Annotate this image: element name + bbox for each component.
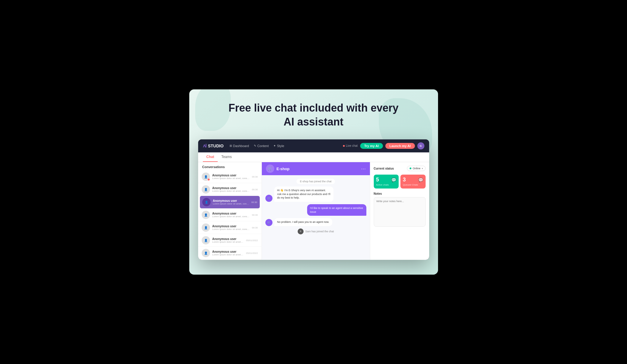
avatar: 👤 — [202, 211, 210, 219]
logo-text: STUDIO — [208, 144, 224, 148]
dashboard-icon: ⊞ — [230, 144, 232, 147]
stat-top: 3 💬 — [403, 177, 423, 182]
conv-name: Anonymous user — [213, 199, 249, 202]
conv-preview: Lorem ipsum dolor sit amet, amet, consec… — [212, 241, 244, 243]
nav-style-label: Style — [277, 144, 284, 148]
avatar: 👤 — [202, 223, 210, 232]
avatar: 👤 — [202, 249, 210, 257]
list-item[interactable]: 👤 Anonymous user Lorem ipsum dolor sit a… — [198, 247, 262, 260]
conv-info: Anonymous user Lorem ipsum dolor sit ame… — [212, 225, 250, 231]
navbar: ʌI STUDIO ⊞ Dashboard ✎ Content ✦ Style — [198, 139, 429, 152]
status-badge[interactable]: Online ▾ — [407, 166, 425, 171]
conv-list: 👤 Anonymous user Lorem ipsum dolor sit a… — [198, 170, 262, 260]
live-dot — [343, 145, 345, 147]
conv-preview: Lorem ipsum dolor sit amet, consectetur … — [213, 202, 249, 205]
conv-name: Anonymous user — [212, 225, 250, 228]
conv-time: 00:30 — [252, 175, 258, 178]
user-avatar[interactable]: G — [417, 142, 424, 149]
conv-time: 00:30 — [252, 188, 258, 191]
conv-preview: Lorem ipsum dolor sit amet, consectetur … — [212, 190, 250, 192]
avatar: 👤 — [202, 185, 210, 194]
conversations-panel: Conversations 👤 Anonymous user Lorem ips… — [198, 162, 262, 260]
message-bubble: I'd like to speak to an agent about a se… — [307, 204, 366, 216]
main-layout: Conversations 👤 Anonymous user Lorem ips… — [198, 162, 429, 260]
conv-name: Anonymous user — [212, 250, 244, 253]
conv-info: Anonymous user Lorem ipsum dolor sit ame… — [212, 237, 244, 243]
stats-row: 5 💬 Active chats 3 💬 Queued Chats — [374, 175, 426, 189]
list-item[interactable]: 👤 Anonymous user Lorem ipsum dolor sit a… — [198, 209, 262, 221]
conv-info: Anonymous user Lorem ipsum dolor sit ame… — [212, 212, 250, 218]
live-chat-label: Live chat — [346, 144, 358, 147]
chat-options-button[interactable]: ⋯ — [361, 166, 366, 172]
list-item[interactable]: 👤 Anonymous user Lorem ipsum dolor sit a… — [198, 183, 262, 196]
conversations-header: Conversations — [198, 162, 262, 170]
right-panel: Current status Online ▾ 5 💬 Active chats — [370, 162, 429, 260]
tab-teams[interactable]: Teams — [218, 152, 235, 162]
active-chats-card: 5 💬 Active chats — [374, 175, 399, 189]
bot-avatar: 🛒 — [265, 219, 272, 226]
list-item[interactable]: 👤 Anonymous user Lorem ipsum dolor sit a… — [198, 234, 262, 247]
chat-icon: 💬 — [391, 178, 396, 182]
conv-preview: Lorem ipsum dolor sit amet, consectetur … — [212, 228, 250, 231]
list-item[interactable]: 👤 Anonymous user Lorem ipsum dolor sit a… — [198, 221, 262, 234]
chat-messages: E-shop has joined the chat 🛒 Hi 👋 I'm E-… — [262, 175, 370, 260]
list-item[interactable]: 👤 Anonymous user Lorem ipsum dolor sit a… — [198, 170, 262, 183]
conv-name: Anonymous user — [212, 186, 250, 190]
outer-container: Free live chat included with every AI as… — [189, 89, 438, 275]
try-my-ai-button[interactable]: Try my AI — [360, 143, 383, 149]
sam-join-message: S Sam has joined the chat — [298, 228, 334, 234]
style-icon: ✦ — [273, 144, 276, 147]
app-window: ʌI STUDIO ⊞ Dashboard ✎ Content ✦ Style — [198, 139, 429, 260]
logo: ʌI STUDIO — [203, 143, 224, 149]
launch-my-ai-button[interactable]: Launch my AI — [385, 143, 415, 149]
nav-content[interactable]: ✎ Content — [254, 144, 269, 148]
tabs-bar: Chat Teams — [198, 152, 429, 162]
chat-panel: 🛒 E-shop ⋯ E-shop has joined the chat 🛒 … — [262, 162, 370, 260]
live-chat-button[interactable]: Live chat — [343, 144, 358, 147]
nav-dashboard[interactable]: ⊞ Dashboard — [230, 144, 249, 148]
avatar: 👤 — [202, 236, 210, 244]
conv-time: 00:30 — [252, 226, 258, 229]
conv-time: 05/01/2022 — [246, 239, 258, 242]
list-item-active[interactable]: 👤 Anonymous user Lorem ipsum dolor sit a… — [200, 196, 260, 209]
message-row: I'd like to speak to an agent about a se… — [307, 204, 366, 216]
nav-right: Live chat Try my AI Launch my AI G — [343, 142, 424, 149]
message-row: 🛒 Hi 👋 I'm E-Shop's very own AI assistan… — [265, 186, 333, 202]
stat-top: 5 💬 — [376, 177, 397, 182]
conv-time: 05/01/2022 — [246, 252, 258, 255]
message-bubble: Hi 👋 I'm E-Shop's very own AI assistant.… — [274, 186, 333, 202]
sam-avatar: S — [298, 228, 304, 234]
nav-content-label: Content — [257, 144, 269, 148]
online-indicator — [410, 167, 411, 169]
chat-brand-name: E-shop — [277, 167, 290, 171]
content-icon: ✎ — [254, 144, 256, 147]
active-chats-label: Active chats — [376, 183, 397, 186]
notes-input[interactable] — [374, 197, 426, 227]
system-join-message: E-shop has joined the chat — [296, 179, 335, 184]
notes-section: Notes — [374, 192, 426, 256]
nav-style[interactable]: ✦ Style — [273, 144, 284, 148]
conv-preview: Lorem ipsum dolor sit amet, consectetur … — [212, 215, 250, 218]
conv-time: 00:30 — [251, 201, 257, 204]
tab-chat[interactable]: Chat — [203, 152, 218, 162]
conv-preview: Lorem ipsum dolor sit amet, consec... — [212, 253, 244, 256]
conv-info: Anonymous user Lorem ipsum dolor sit ame… — [213, 199, 249, 205]
logo-icon: ʌI — [203, 143, 207, 149]
conv-info: Anonymous user Lorem ipsum dolor sit ame… — [212, 250, 244, 256]
chevron-down-icon: ▾ — [422, 167, 423, 170]
avatar: 👤 — [202, 173, 210, 181]
queued-chats-number: 3 — [403, 177, 406, 182]
avatar: 👤 — [202, 198, 211, 206]
conv-name: Anonymous user — [212, 212, 250, 215]
chat-header: 🛒 E-shop ⋯ — [262, 162, 370, 175]
active-chats-number: 5 — [376, 177, 379, 182]
online-label: Online — [413, 167, 420, 170]
status-row: Current status Online ▾ — [374, 166, 426, 171]
chat-icon: 💬 — [418, 178, 423, 182]
notes-label: Notes — [374, 192, 426, 195]
conv-name: Anonymous user — [212, 174, 250, 177]
current-status-label: Current status — [374, 167, 394, 170]
bot-avatar: 🛒 — [265, 195, 272, 202]
conv-name: Anonymous user — [212, 237, 244, 241]
nav-links: ⊞ Dashboard ✎ Content ✦ Style — [230, 144, 343, 148]
